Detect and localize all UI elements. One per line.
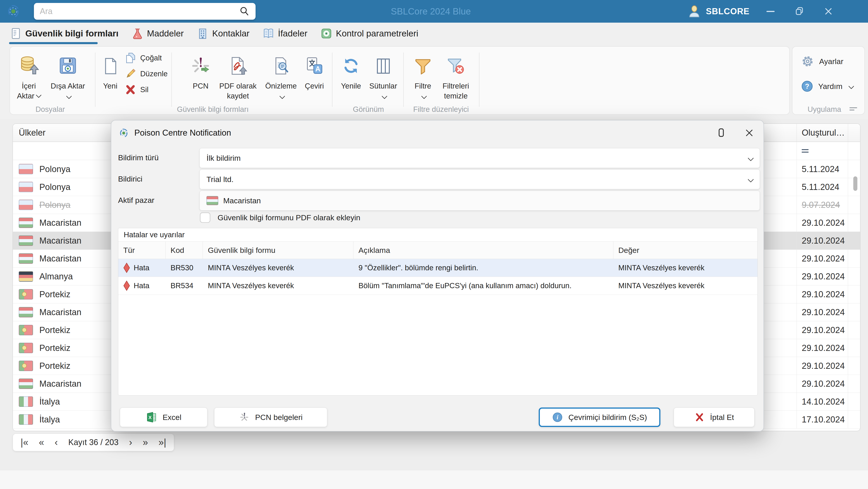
error-value-cell: MINTA Veszélyes keverék — [613, 277, 757, 294]
close-icon — [824, 6, 833, 16]
preview-icon — [272, 49, 290, 75]
account-label[interactable]: SBLCORE — [706, 6, 749, 16]
created-date-cell: 29.10.2024 — [797, 321, 848, 339]
created-date-cell: 29.10.2024 — [797, 286, 848, 303]
notification-type-select[interactable]: İlk bildirim — [199, 148, 760, 168]
country-name: Polonya — [39, 182, 70, 192]
error-form-cell: MINTA Veszélyes keverék — [203, 277, 353, 294]
country-flag-icon — [19, 396, 33, 407]
tab-label: Kontaklar — [212, 29, 249, 38]
country-name: Polonya — [39, 164, 70, 174]
errors-col-description[interactable]: Açıklama — [353, 241, 613, 259]
last-page-button[interactable]: »| — [158, 437, 166, 448]
next-page-button[interactable]: › — [129, 437, 132, 448]
group-dialog-launcher-icon[interactable] — [849, 106, 857, 112]
errors-col-form[interactable]: Güvenlik bilgi formu — [203, 241, 353, 259]
fast-next-button[interactable]: » — [143, 437, 148, 448]
created-date: 29.10.2024 — [802, 343, 845, 353]
column-header-created[interactable]: Oluşturul… — [797, 124, 848, 142]
ribbon-separator — [95, 53, 95, 107]
tab-guvenlik-bilgi-formlari[interactable]: Güvenlik bilgi formları — [10, 28, 119, 39]
error-row[interactable]: HataBR530MINTA Veszélyes keverék9 "Özell… — [118, 259, 757, 277]
country-name: Portekiz — [39, 290, 70, 299]
first-page-button[interactable]: |« — [21, 437, 28, 448]
tab-ifadeler[interactable]: İfadeler — [262, 28, 307, 39]
export-button[interactable]: Dışa Aktar — [46, 49, 89, 110]
country-name: Portekiz — [39, 343, 70, 353]
country-flag-icon — [19, 200, 33, 210]
export-floppy-icon — [58, 49, 78, 75]
prev-page-button[interactable]: ‹ — [55, 437, 58, 448]
tab-kontaklar[interactable]: Kontaklar — [197, 28, 249, 39]
restore-button[interactable] — [792, 3, 807, 19]
created-date-cell: 29.10.2024 — [797, 304, 848, 321]
attach-pdf-label[interactable]: Güvenlik bilgi formunu PDF olarak ekleyi… — [218, 213, 360, 222]
ribbon-group-label: Uygulama — [801, 105, 848, 114]
equals-filter-icon — [802, 148, 808, 154]
pcn-button[interactable]: PCN — [184, 49, 218, 110]
notifier-select[interactable]: Trial ltd. — [199, 169, 760, 189]
search-input[interactable]: Ara — [34, 3, 255, 20]
clear-filters-button[interactable]: Filtreleritemizle — [434, 49, 478, 110]
close-button[interactable] — [820, 3, 836, 19]
columns-button[interactable]: Sütunlar — [365, 49, 402, 110]
cancel-button[interactable]: İptal Et — [674, 407, 754, 427]
new-button[interactable]: Yeni — [96, 49, 124, 110]
created-date: 29.10.2024 — [802, 236, 845, 246]
date-filter-cell[interactable] — [797, 142, 848, 160]
refresh-button[interactable]: Yenile — [335, 49, 367, 110]
created-date: 9.07.2024 — [802, 200, 840, 210]
svg-text:i: i — [557, 414, 558, 421]
sds-document-icon — [10, 28, 22, 39]
pcn-documents-button[interactable]: PCN belgeleri — [214, 407, 327, 427]
created-date: 29.10.2024 — [802, 218, 845, 228]
vertical-scrollbar-thumb[interactable] — [853, 176, 857, 191]
column-header-countries[interactable]: Ülkeler — [19, 128, 45, 138]
help-button[interactable]: ? Yardım — [801, 79, 853, 94]
errors-col-value[interactable]: Değer — [613, 241, 757, 259]
info-icon: i — [552, 412, 563, 423]
created-date-cell: 17.10.2024 — [797, 411, 848, 428]
dialog-maximize-button[interactable] — [716, 128, 726, 138]
dialog-title: Poison Centre Notification — [134, 128, 711, 138]
chevron-down-icon — [66, 93, 72, 99]
module-tab-bar: Güvenlik bilgi formları Maddeler Kontakl… — [0, 23, 868, 45]
record-counter: Kayıt 36 / 203 — [68, 438, 119, 447]
tab-kontrol-parametreleri[interactable]: Kontrol parametreleri — [320, 28, 418, 39]
country-flag-icon — [19, 378, 33, 389]
fast-prev-button[interactable]: « — [39, 437, 44, 448]
app-window: Ara SBLCore 2024 Blue SBLCORE — [0, 0, 868, 489]
attach-pdf-checkbox[interactable] — [200, 212, 210, 223]
country-flag-icon — [19, 164, 33, 174]
created-date-cell: 29.10.2024 — [797, 375, 848, 393]
errors-col-code[interactable]: Kod — [165, 241, 203, 259]
title-bar: Ara SBLCore 2024 Blue SBLCORE — [0, 0, 868, 23]
import-button[interactable]: İçeriAktar — [11, 49, 46, 110]
save-pdf-button[interactable]: PDF olarakkaydet — [215, 49, 260, 110]
country-name: Macaristan — [39, 218, 82, 228]
minimize-button[interactable] — [763, 3, 778, 19]
created-date-cell: 29.10.2024 — [797, 267, 848, 285]
error-form-cell: MINTA Veszélyes keverék — [203, 259, 353, 277]
errors-col-type[interactable]: Tür — [118, 241, 165, 259]
errors-group-title: Hatalar ve uyarılar — [118, 228, 757, 241]
created-date-cell: 29.10.2024 — [797, 214, 848, 232]
ribbon-group-label: Filtre düzenleyici — [406, 105, 476, 114]
excel-button[interactable]: X Excel — [120, 407, 207, 427]
active-market-field[interactable]: Macaristan — [199, 191, 760, 210]
online-notification-button[interactable]: i Çevrimiçi bildirim (S₂S) — [539, 407, 660, 427]
svg-text:X: X — [149, 415, 152, 420]
search-icon[interactable] — [239, 6, 250, 17]
minimize-icon — [767, 11, 775, 12]
svg-text:A: A — [315, 65, 320, 73]
error-row[interactable]: HataBR534MINTA Veszélyes keverékBölüm "T… — [118, 277, 757, 295]
translate-button[interactable]: A Çeviri — [300, 49, 329, 110]
created-date: 29.10.2024 — [802, 325, 845, 335]
created-date: 29.10.2024 — [802, 379, 845, 389]
tab-maddeler[interactable]: Maddeler — [132, 28, 184, 39]
tab-label: Kontrol parametreleri — [336, 29, 418, 38]
preview-button[interactable]: Önizleme — [261, 49, 301, 110]
active-market-value: Macaristan — [223, 196, 261, 205]
settings-button[interactable]: Ayarlar — [801, 54, 843, 69]
dialog-close-button[interactable] — [744, 128, 754, 138]
